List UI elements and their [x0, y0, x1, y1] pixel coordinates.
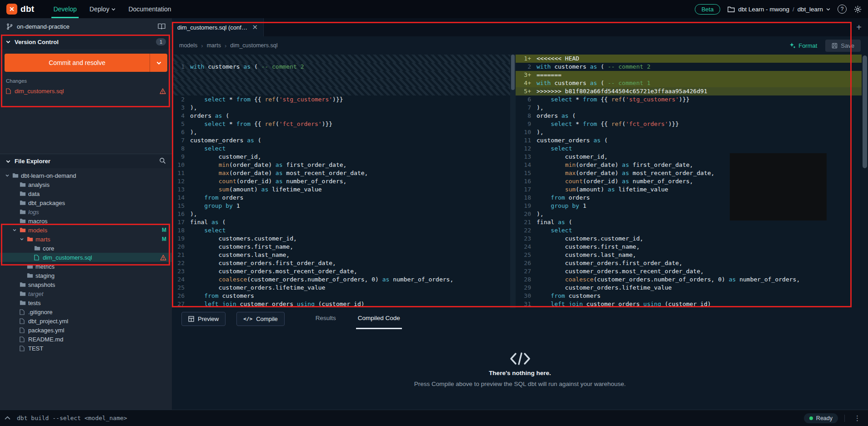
line-number: 21	[172, 251, 190, 259]
code-line: 3),	[172, 104, 510, 112]
editor-pane-current[interactable]: 1with customers as ( -- comment 22 selec…	[172, 55, 510, 308]
tab-compiled-code[interactable]: Compiled Code	[356, 308, 402, 329]
code-text: left join customer_orders using (custome…	[190, 300, 510, 308]
tree-item-label: macros	[28, 218, 48, 225]
editor-pane-incoming[interactable]: 1+<<<<<<< HEAD2with customers as ( -- co…	[516, 55, 868, 308]
tree-item-snapshots[interactable]: snapshots	[0, 280, 172, 289]
line-number: 24	[172, 276, 190, 284]
tree-item-models[interactable]: modelsM	[0, 226, 172, 235]
dbt-logo-icon: ✕	[6, 4, 17, 15]
beta-badge[interactable]: Beta	[695, 4, 721, 15]
code-text: select * from {{ ref('stg_customers')}}	[190, 95, 510, 104]
code-line: 27 customer_orders.most_recent_order_dat…	[516, 267, 868, 276]
editor-left-scrollbar[interactable]	[510, 55, 516, 308]
tree-item-core[interactable]: core	[0, 244, 172, 253]
tree-item-logs[interactable]: logs	[0, 207, 172, 216]
search-icon[interactable]	[159, 157, 166, 165]
tree-item-metrics[interactable]: metrics	[0, 262, 172, 271]
code-line: 11 max(order_date) as most_recent_order_…	[172, 169, 510, 177]
code-text: customers.customer_id,	[190, 235, 510, 243]
version-control-header[interactable]: Version Control 1	[0, 35, 172, 49]
format-button[interactable]: Format	[789, 42, 817, 49]
code-line: 1+<<<<<<< HEAD	[516, 55, 868, 63]
tree-item-data[interactable]: data	[0, 189, 172, 198]
line-number: 14	[516, 161, 537, 169]
tree-item-label: tests	[28, 300, 40, 306]
line-number: 23	[172, 267, 190, 276]
settings-gear-icon[interactable]	[854, 5, 862, 13]
code-line: 4+with customers as ( -- comment 1	[516, 79, 868, 87]
tab-close-icon[interactable]: ✕	[252, 23, 258, 31]
help-icon[interactable]: ?	[838, 5, 847, 14]
compile-label: Compile	[256, 316, 278, 322]
code-line: 8orders as (	[516, 112, 868, 120]
kebab-menu-icon[interactable]: ⋮	[851, 414, 863, 422]
line-number: 15	[172, 202, 190, 210]
line-number: 26	[516, 259, 537, 267]
nav-develop[interactable]: Develop	[47, 0, 83, 18]
code-text: ),	[190, 128, 510, 136]
tab-dim-customers[interactable]: dim_customers.sql (confli... ✕	[172, 18, 264, 36]
tree-item-label: dbt_project.yml	[28, 318, 68, 325]
commit-options-chevron[interactable]	[150, 54, 167, 72]
tree-item-analysis[interactable]: analysis	[0, 180, 172, 189]
tree-item-tests[interactable]: tests	[0, 298, 172, 307]
tree-item-dbt-learn-on-demand[interactable]: dbt-learn-on-demand	[0, 171, 172, 180]
scrollbar-thumb[interactable]	[863, 55, 867, 168]
tree-item-packages-yml[interactable]: packages.yml	[0, 326, 172, 335]
tree-item-target[interactable]: target	[0, 289, 172, 298]
new-tab-icon[interactable]: +	[856, 22, 862, 33]
file-icon	[20, 346, 28, 351]
code-line: 4orders as (	[172, 112, 510, 120]
line-number: 5+	[516, 87, 537, 95]
chevron-down-icon[interactable]	[13, 228, 20, 232]
tree-item-marts[interactable]: martsM	[0, 235, 172, 244]
command-input[interactable]: dbt build --select <model_name>	[17, 415, 798, 421]
compile-button[interactable]: </> Compile	[236, 312, 285, 326]
chevron-down-icon[interactable]	[5, 174, 12, 177]
line-number	[172, 87, 190, 95]
commit-button-label: Commit and resolve	[5, 54, 150, 72]
preview-button[interactable]: Preview	[181, 312, 226, 326]
nav-documentation[interactable]: Documentation	[122, 0, 177, 18]
tree-item-readme-md[interactable]: README.md	[0, 335, 172, 344]
nav-deploy-label: Deploy	[90, 5, 110, 13]
line-number: 19	[172, 235, 190, 243]
commit-and-resolve-button[interactable]: Commit and resolve	[5, 54, 167, 72]
editor-right-scrollbar[interactable]	[862, 55, 868, 308]
tree-item--gitignore[interactable]: .gitignore	[0, 307, 172, 316]
file-explorer-header[interactable]: File Explorer	[0, 154, 172, 168]
code-text: select * from {{ ref('stg_customers')}}	[537, 95, 868, 104]
save-button[interactable]: Save	[825, 40, 861, 52]
tree-item-dbt-project-yml[interactable]: dbt_project.yml	[0, 316, 172, 326]
docs-book-icon[interactable]	[158, 23, 166, 30]
code-text: customer_id,	[190, 153, 510, 161]
code-text: with customers as ( -- comment 2	[190, 63, 510, 71]
tab-results[interactable]: Results	[314, 308, 338, 329]
branch-selector[interactable]: on-demand-practice	[0, 18, 172, 35]
line-number: 11	[172, 169, 190, 177]
tree-item-dim-customers-sql[interactable]: dim_customers.sql	[0, 253, 172, 262]
tree-item-dbt-packages[interactable]: dbt_packages	[0, 198, 172, 207]
chevron-up-icon[interactable]	[5, 416, 10, 420]
tree-item-label: README.md	[28, 336, 63, 343]
code-text: customer_orders.lifetime_value	[537, 284, 868, 292]
chevron-down-icon[interactable]	[20, 237, 27, 241]
code-text: >>>>>>> b81f802a66fd544504c65721e3ffaaa9…	[537, 87, 868, 95]
account-selector[interactable]: dbt Learn - mwong / dbt_learn	[728, 6, 830, 13]
tree-item-macros[interactable]: macros	[0, 216, 172, 226]
changed-file-row[interactable]: dim_customers.sql	[0, 85, 172, 96]
code-text: customers.last_name,	[537, 251, 868, 259]
file-icon	[20, 336, 28, 342]
tree-item-staging[interactable]: staging	[0, 271, 172, 280]
line-number: 24	[516, 243, 537, 251]
folder-icon	[20, 182, 28, 187]
code-text: ),	[537, 128, 868, 136]
code-line: 29 customer_orders.lifetime_value	[516, 284, 868, 292]
scrollbar-thumb[interactable]	[511, 55, 515, 90]
nav-deploy[interactable]: Deploy	[83, 0, 122, 18]
line-number: 16	[516, 177, 537, 185]
code-line: 5 select * from {{ ref('fct_orders')}}	[172, 120, 510, 128]
tree-item-test[interactable]: TEST	[0, 344, 172, 353]
dbt-logo[interactable]: ✕ dbt	[6, 4, 34, 15]
